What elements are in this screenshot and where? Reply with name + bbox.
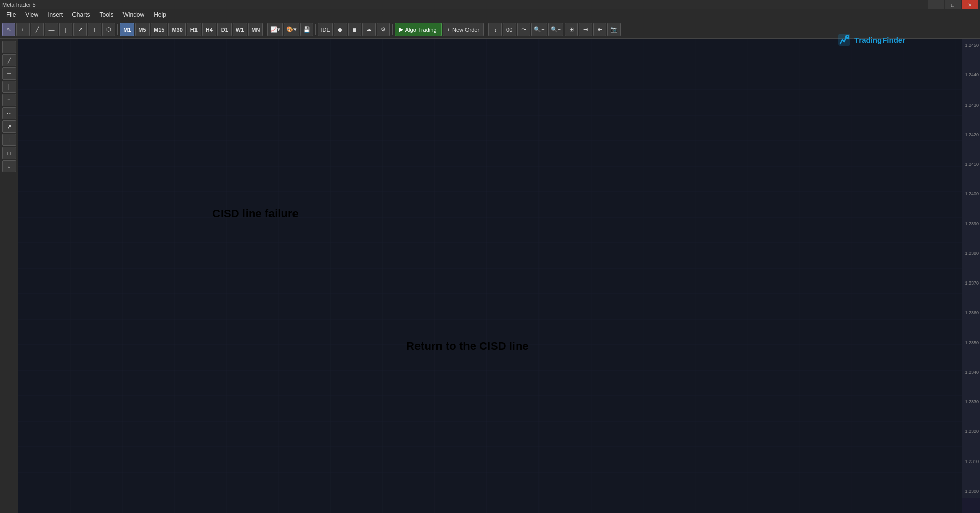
menu-view[interactable]: View	[21, 10, 42, 19]
algo-trading-btn[interactable]: ▶ Algo Trading	[395, 23, 442, 36]
grid-btn[interactable]: ⊞	[565, 23, 578, 36]
arrow-tool[interactable]: ↗	[74, 23, 87, 36]
time-label-15: 24 Jan 10:45	[821, 505, 874, 510]
price-label-6: 1.2390	[951, 221, 979, 226]
text-side-tool[interactable]: T	[2, 134, 16, 146]
algo-trading-label: Algo Trading	[405, 27, 437, 33]
chart-color-btn[interactable]: 🎨▾	[284, 23, 299, 36]
time-label-13: 24 Jan 10:13	[714, 505, 767, 510]
price-label-3: 1.2420	[951, 132, 979, 137]
hline-side-tool[interactable]: ─	[2, 67, 16, 80]
chart-save-btn[interactable]: 💾	[300, 23, 313, 36]
tf-w1[interactable]: W1	[233, 23, 248, 36]
tf-m15[interactable]: M15	[151, 23, 167, 36]
symbol-bar: 🔲📊 GBPUSD, M1: British Pound vs US Dolla…	[18, 39, 172, 49]
left-toolbar: + ╱ ─ │ ≡ ⋯ ↗ T □ ○	[0, 39, 18, 513]
tf-h4[interactable]: H4	[202, 23, 216, 36]
close-button[interactable]: ✕	[962, 0, 978, 9]
plus-icon: +	[447, 27, 450, 33]
crosshair-side-tool[interactable]: +	[2, 41, 16, 53]
screenshot-btn[interactable]: 📷	[607, 23, 621, 36]
time-label-4: 24 Jan 07:49	[235, 505, 288, 510]
toolbar: ↖ + ╱ — | ↗ T ⬡ M1 M5 M15 M30 H1 H4 D1 W…	[0, 20, 980, 39]
time-label-10: 24 Jan 09:25	[554, 505, 607, 510]
auto-scroll-btn[interactable]: ⇥	[579, 23, 592, 36]
logo-text: TradingFinder	[854, 36, 905, 44]
separator-5	[486, 24, 486, 35]
price-label-5: 1.2400	[951, 191, 979, 196]
play-icon: ▶	[399, 26, 403, 33]
time-label-0: 24 Jan 06:45	[22, 505, 76, 510]
settings-btn[interactable]: ⚙	[377, 23, 390, 36]
price-label-9: 1.2360	[951, 310, 979, 315]
line-tool[interactable]: ╱	[31, 23, 44, 36]
menu-file[interactable]: File	[2, 10, 20, 19]
stop-btn[interactable]: ⏹	[348, 23, 361, 36]
maximize-button[interactable]: □	[945, 0, 961, 9]
record-btn[interactable]: ⏺	[334, 23, 347, 36]
minimize-button[interactable]: −	[928, 0, 944, 9]
zoom-out-btn[interactable]: 🔍−	[548, 23, 564, 36]
text-tool[interactable]: T	[88, 23, 101, 36]
tf-m5[interactable]: M5	[135, 23, 150, 36]
price-label-15: 1.2300	[951, 489, 979, 494]
rect-tool[interactable]: □	[2, 147, 16, 159]
cloud-btn[interactable]: ☁	[362, 23, 376, 36]
new-order-btn[interactable]: + New Order	[443, 23, 484, 36]
menu-charts[interactable]: Charts	[68, 10, 94, 19]
price-label-10: 1.2350	[951, 340, 979, 345]
tf-mn[interactable]: MN	[248, 23, 263, 36]
symbol-icons: 🔲📊	[20, 41, 33, 47]
price-label-7: 1.2380	[951, 251, 979, 256]
hline-tool[interactable]: —	[45, 23, 58, 36]
chart-type-btn[interactable]: 📈▾	[267, 23, 283, 36]
line-side-tool[interactable]: ╱	[2, 54, 16, 66]
new-order-label: New Order	[452, 27, 479, 33]
ide-btn[interactable]: IDE	[318, 23, 332, 36]
price-label-11: 1.2340	[951, 370, 979, 375]
wave-btn[interactable]: 〜	[517, 23, 530, 36]
price-label-2: 1.2430	[951, 102, 979, 108]
separator-1	[117, 24, 118, 35]
logo: TradingFinder	[837, 30, 929, 50]
cisd-failure-label: CISD line failure	[212, 207, 299, 220]
tf-m1[interactable]: M1	[120, 23, 134, 36]
cursor-tool[interactable]: ↖	[2, 23, 15, 36]
tf-h1[interactable]: H1	[187, 23, 201, 36]
menu-help[interactable]: Help	[150, 10, 170, 19]
shift-btn[interactable]: ⇤	[593, 23, 606, 36]
price-label-4: 1.2410	[951, 162, 979, 167]
tf-d1[interactable]: D1	[217, 23, 232, 36]
fib-tool[interactable]: ⋯	[2, 107, 16, 119]
menu-window[interactable]: Window	[119, 10, 149, 19]
time-scale: 24 Jan 06:45 24 Jan 07:01 24 Jan 07:17 2…	[18, 502, 931, 513]
menu-insert[interactable]: Insert	[43, 10, 67, 19]
arrow-side-tool[interactable]: ↗	[2, 120, 16, 133]
zoom-in-btn[interactable]: 🔍+	[531, 23, 547, 36]
shapes-tool[interactable]: ⬡	[102, 23, 115, 36]
crosshair-tool[interactable]: +	[16, 23, 30, 36]
separator-2	[265, 24, 265, 35]
time-label-9: 24 Jan 09:09	[501, 505, 554, 510]
menu-tools[interactable]: Tools	[95, 10, 118, 19]
logo-icon	[837, 33, 851, 47]
vline-tool[interactable]: |	[59, 23, 72, 36]
time-label-1: 24 Jan 07:01	[76, 505, 129, 510]
return-cisd-label: Return to the CISD line	[406, 340, 529, 353]
time-label-14: 24 Jan 10:29	[767, 505, 820, 510]
price-label-8: 1.2370	[951, 280, 979, 286]
price-label-14: 1.2310	[951, 459, 979, 464]
tf-m30[interactable]: M30	[168, 23, 185, 36]
ellipse-tool[interactable]: ○	[2, 160, 16, 172]
vline-side-tool[interactable]: │	[2, 81, 16, 93]
symbol-text: GBPUSD, M1: British Pound vs US Dollar	[35, 41, 129, 47]
ohlc-btn[interactable]: 00	[503, 23, 516, 36]
time-label-6: 24 Jan 08:21	[341, 505, 395, 510]
title-bar-text: MetaTrader 5	[2, 2, 36, 8]
chart-canvas	[18, 39, 962, 513]
title-bar-controls: − □ ✕	[928, 0, 978, 9]
channel-tool[interactable]: ≡	[2, 94, 16, 106]
depth-btn[interactable]: ↕	[488, 23, 502, 36]
price-label-13: 1.2320	[951, 429, 979, 434]
separator-4	[392, 24, 393, 35]
